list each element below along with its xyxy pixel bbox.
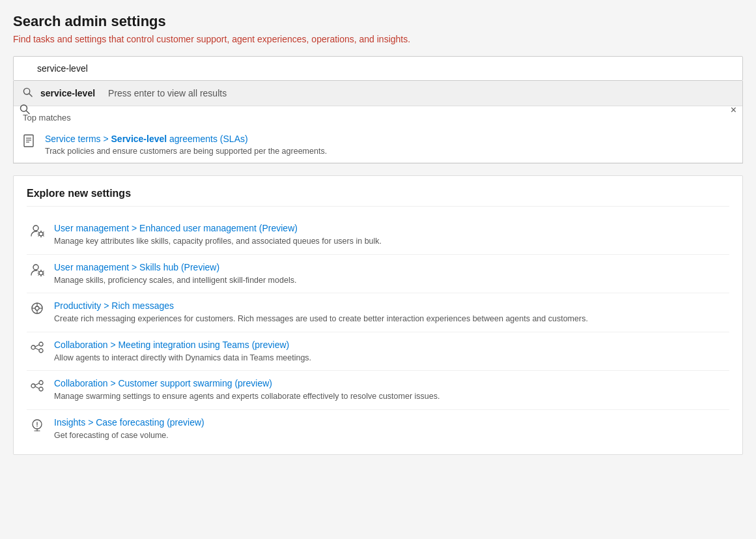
svg-line-17 xyxy=(43,232,44,233)
svg-line-42 xyxy=(35,383,39,385)
svg-line-43 xyxy=(35,386,39,388)
clear-icon[interactable]: × xyxy=(731,104,736,116)
svg-line-21 xyxy=(38,270,39,271)
search-icon-left xyxy=(20,104,30,116)
svg-point-40 xyxy=(39,381,43,385)
svg-line-3 xyxy=(29,94,32,96)
page-title: Search admin settings xyxy=(13,13,743,30)
svg-line-15 xyxy=(43,235,44,236)
svg-rect-4 xyxy=(24,135,33,147)
explore-item-content-3: Collaboration > Meeting integration usin… xyxy=(54,339,311,364)
svg-point-39 xyxy=(31,384,35,388)
explore-item-0: User management > Enhanced user manageme… xyxy=(27,216,729,255)
page-subtitle: Find tasks and settings that control cus… xyxy=(13,34,743,44)
explore-title: Explore new settings xyxy=(27,188,729,207)
explore-item-content-2: Productivity > Rich messages Create rich… xyxy=(54,300,588,325)
svg-point-18 xyxy=(33,265,38,270)
productivity-icon xyxy=(29,301,45,319)
svg-line-27 xyxy=(43,270,44,271)
svg-line-38 xyxy=(35,348,39,350)
explore-section: Explore new settings xyxy=(13,175,743,455)
search-dropdown: service-level Press enter to view all re… xyxy=(13,81,743,164)
suggestion-text: service-level xyxy=(40,88,95,98)
explore-item-content-4: Collaboration > Customer support swarmin… xyxy=(54,377,440,403)
explore-item-link-1[interactable]: User management > Skills hub (Preview) xyxy=(54,262,219,272)
explore-item-link-2[interactable]: Productivity > Rich messages xyxy=(54,300,174,311)
explore-item-link-4[interactable]: Collaboration > Customer support swarmin… xyxy=(54,378,272,388)
svg-point-19 xyxy=(39,271,43,275)
suggestion-search-icon xyxy=(23,87,33,99)
explore-item-2: Productivity > Rich messages Create rich… xyxy=(27,293,729,332)
suggestion-hint: Press enter to view all results xyxy=(108,88,227,98)
explore-item-desc-2: Create rich messaging experiences for cu… xyxy=(54,313,588,325)
svg-line-25 xyxy=(43,274,44,274)
explore-item-desc-4: Manage swarming settings to ensure agent… xyxy=(54,391,440,403)
insights-icon xyxy=(29,418,45,435)
user-management-icon-1 xyxy=(29,263,45,280)
svg-point-36 xyxy=(39,349,43,353)
user-management-icon-0 xyxy=(29,224,45,241)
explore-item-content-1: User management > Skills hub (Preview) M… xyxy=(54,261,296,287)
match-content: Service terms > Service-level agreements… xyxy=(45,133,327,156)
top-matches-section: Top matches Service terms > xyxy=(14,106,742,163)
search-suggestion[interactable]: service-level Press enter to view all re… xyxy=(14,81,742,106)
explore-item-desc-0: Manage key attributes like skills, capac… xyxy=(54,236,382,248)
svg-point-41 xyxy=(39,387,43,391)
explore-item-content-5: Insights > Case forecasting (preview) Ge… xyxy=(54,416,204,442)
collaboration-icon-0 xyxy=(29,340,45,358)
explore-item-desc-3: Allow agents to interact directly with D… xyxy=(54,353,311,364)
svg-point-46 xyxy=(36,426,38,427)
explore-item-5: Insights > Case forecasting (preview) Ge… xyxy=(27,410,729,448)
match-link-prefix: Service terms > xyxy=(45,134,111,144)
svg-point-34 xyxy=(31,345,35,349)
svg-line-1 xyxy=(27,111,30,114)
svg-line-23 xyxy=(38,274,39,274)
top-matches-label: Top matches xyxy=(14,106,742,126)
svg-point-9 xyxy=(39,232,43,236)
svg-point-29 xyxy=(35,306,39,310)
match-item[interactable]: Service terms > Service-level agreements… xyxy=(14,126,742,163)
explore-item-content-0: User management > Enhanced user manageme… xyxy=(54,222,382,248)
match-link-line: Service terms > Service-level agreements… xyxy=(45,133,327,145)
match-link[interactable]: Service terms > Service-level agreements… xyxy=(45,134,248,144)
svg-line-11 xyxy=(38,232,39,233)
search-input[interactable] xyxy=(13,56,743,81)
explore-item-link-0[interactable]: User management > Enhanced user manageme… xyxy=(54,223,298,233)
explore-item-3: Collaboration > Meeting integration usin… xyxy=(27,332,729,371)
collaboration-icon-1 xyxy=(29,379,45,396)
suggestion-bold: service-level xyxy=(40,88,95,98)
svg-line-13 xyxy=(38,235,39,236)
explore-item-link-5[interactable]: Insights > Case forecasting (preview) xyxy=(54,417,204,428)
explore-item-4: Collaboration > Customer support swarmin… xyxy=(27,371,729,410)
match-document-icon xyxy=(23,134,36,152)
match-desc: Track policies and ensure customers are … xyxy=(45,147,327,156)
explore-item-link-3[interactable]: Collaboration > Meeting integration usin… xyxy=(54,340,289,350)
svg-point-8 xyxy=(33,226,38,231)
svg-line-37 xyxy=(35,345,39,347)
page-container: Search admin settings Find tasks and set… xyxy=(0,0,756,539)
match-link-highlight: Service-level xyxy=(111,134,167,144)
explore-item-1: User management > Skills hub (Preview) M… xyxy=(27,255,729,294)
search-wrapper: × service-level Press enter to view all … xyxy=(13,56,743,164)
svg-point-35 xyxy=(39,342,43,346)
match-link-suffix: agreements (SLAs) xyxy=(167,134,248,144)
explore-item-desc-1: Manage skills, proficiency scales, and i… xyxy=(54,275,296,287)
explore-item-desc-5: Get forecasting of case volume. xyxy=(54,430,204,442)
